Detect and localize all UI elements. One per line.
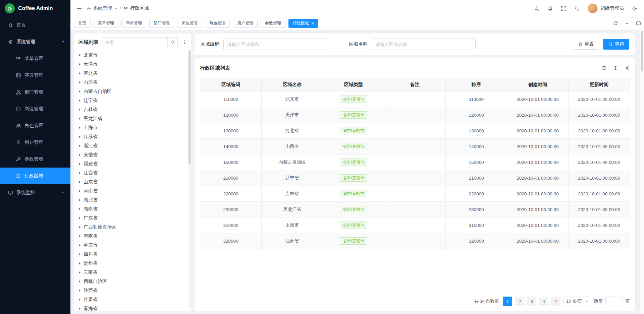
tree-item[interactable]: 浙江省 [74, 141, 191, 150]
tree-item[interactable]: 广西壮族自治区 [74, 223, 191, 232]
reset-button[interactable]: 重置 [573, 39, 599, 50]
caret-right-icon[interactable] [79, 190, 80, 192]
sidebar-item-post-mgmt[interactable]: 岗位管理 [0, 101, 70, 117]
caret-right-icon[interactable] [79, 226, 80, 229]
caret-right-icon[interactable] [79, 253, 80, 256]
caret-right-icon[interactable] [79, 298, 80, 301]
tab[interactable]: 菜单管理 [94, 19, 118, 28]
sidebar-item-user-mgmt[interactable]: 用户管理 [0, 134, 70, 151]
caret-right-icon[interactable] [79, 90, 80, 93]
tree-item[interactable]: 贵州省 [74, 259, 191, 268]
page-scrollbar-thumb[interactable] [641, 31, 643, 71]
tree-item[interactable]: 广东省 [74, 213, 191, 223]
page-button[interactable]: 4 [539, 297, 548, 306]
dots-vertical-icon[interactable] [181, 40, 188, 45]
tree-item[interactable]: 陕西省 [74, 286, 191, 295]
tree-item[interactable]: 山西省 [74, 78, 191, 87]
caret-right-icon[interactable] [79, 163, 80, 165]
tree-item[interactable]: 西藏自治区 [74, 277, 191, 286]
caret-right-icon[interactable] [79, 72, 80, 75]
density-icon[interactable] [613, 65, 618, 71]
tree-item[interactable]: 北京市 [74, 51, 191, 60]
caret-right-icon[interactable] [79, 99, 80, 102]
tree-item[interactable]: 安徽省 [74, 150, 191, 159]
caret-right-icon[interactable] [79, 235, 80, 238]
breadcrumb-region[interactable]: 行政区域 [123, 5, 149, 11]
tree-scrollbar[interactable] [189, 50, 191, 309]
caret-right-icon[interactable] [79, 126, 80, 129]
caret-right-icon[interactable] [79, 117, 80, 120]
caret-right-icon[interactable] [79, 153, 80, 156]
caret-right-icon[interactable] [79, 217, 80, 219]
tab[interactable]: 角色管理 [205, 19, 230, 28]
caret-right-icon[interactable] [79, 108, 80, 111]
sidebar-item-system[interactable]: 系统管理 [0, 34, 70, 50]
page-scrollbar[interactable] [640, 30, 644, 314]
next-page-button[interactable] [551, 297, 560, 306]
caret-right-icon[interactable] [79, 172, 80, 174]
user-menu[interactable]: 超级管理员 [584, 0, 627, 17]
caret-right-icon[interactable] [79, 262, 80, 265]
tree-item[interactable]: 辽宁省 [74, 96, 191, 105]
tree-item[interactable]: 江苏省 [74, 132, 191, 141]
tab[interactable]: 首页 [74, 19, 91, 28]
tree-item[interactable]: 黑龙江省 [74, 114, 191, 123]
caret-right-icon[interactable] [79, 208, 80, 210]
tab[interactable]: 部门管理 [149, 19, 174, 28]
tree-search-button[interactable] [167, 38, 177, 47]
column-settings-gear-icon[interactable] [625, 65, 630, 71]
caret-right-icon[interactable] [79, 81, 80, 84]
tree-item[interactable]: 福建省 [74, 159, 191, 168]
caret-right-icon[interactable] [79, 199, 80, 201]
sidebar-item-monitor[interactable]: 系统监控 [0, 184, 70, 201]
sidebar-item-menu-mgmt[interactable]: 菜单管理 [0, 50, 70, 67]
tree-item[interactable]: 湖北省 [74, 195, 191, 204]
sidebar-item-dept-mgmt[interactable]: 部门管理 [0, 84, 70, 101]
refresh-icon[interactable] [601, 65, 606, 71]
region-name-input[interactable] [372, 39, 476, 50]
caret-right-icon[interactable] [79, 135, 80, 138]
breadcrumb-system[interactable]: 系统管理 [87, 5, 117, 11]
tree-item[interactable]: 甘肃省 [74, 295, 191, 304]
tree-item[interactable]: 江西省 [74, 168, 191, 177]
tree-item[interactable]: 云南省 [74, 268, 191, 277]
page-button[interactable]: 3 [527, 297, 536, 306]
tree-scrollbar-thumb[interactable] [189, 50, 191, 164]
refresh-tabs-icon[interactable] [610, 17, 621, 30]
tab[interactable]: 参数管理 [261, 19, 285, 28]
tree-item[interactable]: 青海省 [74, 304, 191, 311]
tree-item[interactable]: 山东省 [74, 177, 191, 186]
search-button[interactable]: 查询 [603, 39, 629, 50]
tree-item[interactable]: 河北省 [74, 69, 191, 78]
jump-page-input[interactable] [605, 297, 623, 306]
tab[interactable]: 字典管理 [121, 19, 146, 28]
tree-item[interactable]: 内蒙古自治区 [74, 87, 191, 96]
panel-layout-icon[interactable] [633, 17, 644, 30]
page-button[interactable]: 2 [515, 297, 524, 306]
caret-right-icon[interactable] [79, 54, 80, 57]
tree-item[interactable]: 吉林省 [74, 105, 191, 114]
caret-right-icon[interactable] [79, 63, 80, 66]
collapse-menu-icon[interactable] [73, 0, 85, 17]
caret-right-icon[interactable] [79, 181, 80, 183]
sidebar-item-param-mgmt[interactable]: 参数管理 [0, 151, 70, 168]
tree-item[interactable]: 上海市 [74, 123, 191, 132]
region-code-input[interactable] [223, 39, 327, 50]
tab[interactable]: 用户管理 [233, 19, 258, 28]
caret-right-icon[interactable] [79, 307, 80, 310]
app-logo[interactable]: Coffee Admin [0, 0, 70, 17]
tab[interactable]: 行政区域× [288, 19, 318, 28]
tree-item[interactable]: 重庆市 [74, 241, 191, 250]
page-button[interactable]: 1 [503, 297, 512, 306]
caret-right-icon[interactable] [79, 144, 80, 147]
tree-item[interactable]: 湖南省 [74, 204, 191, 213]
sidebar-item-home[interactable]: 首页 [0, 17, 70, 34]
caret-right-icon[interactable] [79, 244, 80, 247]
tree-item[interactable]: 天津市 [74, 60, 191, 69]
tree-item[interactable]: 河南省 [74, 186, 191, 195]
page-size-select[interactable]: 10 条/页 [563, 297, 591, 306]
tab-close-icon[interactable]: × [311, 21, 314, 26]
sidebar-item-dict-mgmt[interactable]: 字典管理 [0, 67, 70, 84]
sidebar-item-role-mgmt[interactable]: 角色管理 [0, 117, 70, 134]
translate-icon[interactable]: 文A [571, 0, 583, 17]
